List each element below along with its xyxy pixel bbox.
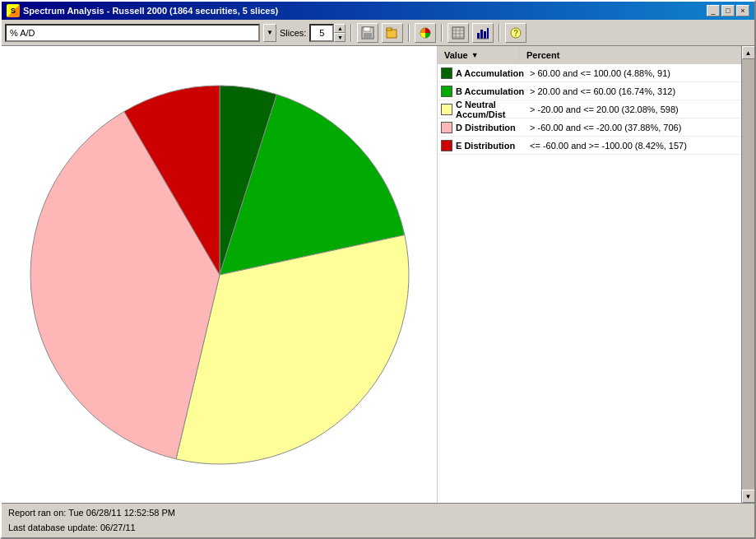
- slices-up-button[interactable]: ▲: [334, 24, 346, 33]
- open-button[interactable]: [382, 23, 403, 43]
- legend-row-a: A Accumulation > 60.00 and <= 100.00 (4.…: [438, 64, 741, 82]
- legend-header: Value ▼ Percent: [438, 46, 741, 64]
- status-line1: Report ran on: Tue 06/28/11 12:52:58 PM: [8, 506, 748, 521]
- value-col-label: Value: [444, 50, 468, 60]
- legend-row-e: E Distribution <= -60.00 and >= -100.00 …: [438, 137, 741, 155]
- pie-chart: [22, 77, 417, 472]
- status-line2: Last database update: 06/27/11: [8, 521, 748, 536]
- dropdown-value: % A/D: [10, 28, 255, 38]
- legend-stats-d: > -60.00 and <= -20.00 (37.88%, 706): [530, 123, 738, 132]
- legend-rows: A Accumulation > 60.00 and <= 100.00 (4.…: [438, 64, 741, 503]
- slices-input-group: ▲ ▼: [309, 24, 346, 42]
- main-area: Value ▼ Percent A Accumulation > 60.00 a…: [2, 46, 754, 503]
- svg-rect-13: [480, 30, 483, 39]
- toolbar-separator-4: [499, 24, 500, 42]
- legend-color-b: [441, 86, 452, 97]
- legend-color-a: [441, 67, 452, 79]
- legend-stats-b: > 20.00 and <= 60.00 (16.74%, 312): [530, 86, 738, 96]
- maximize-button[interactable]: □: [721, 5, 735, 16]
- toolbar-separator-2: [408, 24, 410, 42]
- grid-button[interactable]: [448, 23, 469, 43]
- legend-row-d: D Distribution > -60.00 and <= -20.00 (3…: [438, 118, 741, 137]
- legend-label-e: E Distribution: [456, 141, 530, 151]
- legend-label-b: B Accumulation: [456, 86, 530, 96]
- slices-down-button[interactable]: ▼: [334, 33, 346, 42]
- pie-chart-button[interactable]: [415, 23, 436, 43]
- help-button[interactable]: ?: [505, 23, 526, 43]
- title-buttons: _ □ ×: [707, 5, 749, 16]
- legend-row-c: C Neutral Accum/Dist > -20.00 and <= 20.…: [438, 100, 741, 118]
- status-bar: Report ran on: Tue 06/28/11 12:52:58 PM …: [2, 503, 754, 537]
- legend-label-d: D Distribution: [456, 123, 530, 132]
- title-bar-left: S Spectrum Analysis - Russell 2000 (1864…: [7, 4, 278, 17]
- legend-panel: Value ▼ Percent A Accumulation > 60.00 a…: [437, 46, 741, 503]
- chart-area: [2, 46, 437, 503]
- window-title: Spectrum Analysis - Russell 2000 (1864 s…: [23, 6, 278, 16]
- bar-chart-button[interactable]: [472, 23, 494, 43]
- svg-rect-15: [487, 28, 489, 39]
- svg-rect-2: [364, 33, 372, 38]
- legend-col-value-header[interactable]: Value ▼: [438, 46, 520, 63]
- legend-color-d: [441, 122, 452, 133]
- legend-stats-e: <= -60.00 and >= -100.00 (8.42%, 157): [530, 141, 738, 151]
- sort-icon: ▼: [471, 51, 479, 59]
- legend-color-c: [441, 104, 452, 115]
- svg-rect-14: [484, 31, 486, 39]
- toolbar-separator-3: [441, 24, 443, 42]
- svg-rect-1: [364, 27, 370, 31]
- legend-label-a: A Accumulation: [456, 68, 530, 78]
- app-icon: S: [7, 4, 20, 17]
- save-button[interactable]: [357, 23, 378, 43]
- legend-color-e: [441, 140, 452, 151]
- svg-text:?: ?: [513, 29, 518, 38]
- main-window: S Spectrum Analysis - Russell 2000 (1864…: [0, 0, 756, 539]
- scroll-up-button[interactable]: ▲: [742, 46, 755, 59]
- legend-row-b: B Accumulation > 20.00 and <= 60.00 (16.…: [438, 82, 741, 100]
- slices-label: Slices:: [280, 28, 306, 38]
- close-button[interactable]: ×: [736, 5, 749, 16]
- legend-stats-c: > -20.00 and <= 20.00 (32.08%, 598): [530, 105, 738, 114]
- minimize-button[interactable]: _: [707, 5, 720, 16]
- toolbar-separator-1: [350, 24, 352, 42]
- scroll-down-button[interactable]: ▼: [742, 490, 755, 503]
- pie-chart-container: [22, 77, 417, 472]
- dropdown-arrow[interactable]: ▼: [263, 24, 276, 42]
- slices-input[interactable]: [309, 24, 334, 42]
- legend-col-percent-header[interactable]: Percent: [520, 46, 741, 63]
- legend-label-c: C Neutral Accum/Dist: [456, 100, 530, 119]
- legend-stats-a: > 60.00 and <= 100.00 (4.88%, 91): [530, 68, 738, 78]
- svg-rect-4: [387, 28, 392, 30]
- toolbar: % A/D ▼ Slices: ▲ ▼: [2, 20, 754, 46]
- percent-col-label: Percent: [526, 50, 559, 60]
- svg-rect-12: [477, 33, 480, 39]
- scrollbar-vertical: ▲ ▼: [741, 46, 754, 503]
- title-bar: S Spectrum Analysis - Russell 2000 (1864…: [2, 2, 754, 20]
- analysis-dropdown[interactable]: % A/D: [5, 24, 260, 42]
- scroll-track[interactable]: [742, 59, 755, 490]
- slices-spinner: ▲ ▼: [334, 24, 346, 42]
